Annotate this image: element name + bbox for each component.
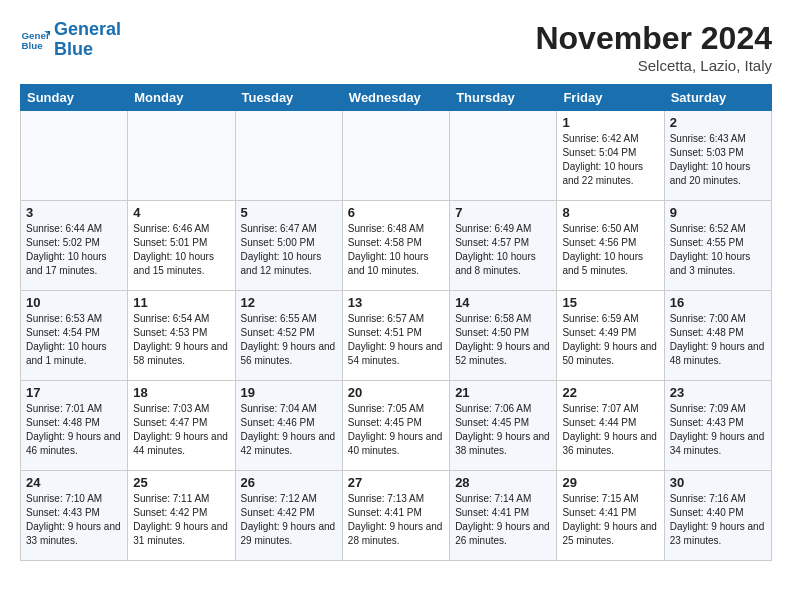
day-info: Sunrise: 6:42 AM Sunset: 5:04 PM Dayligh… — [562, 132, 658, 188]
day-info: Sunrise: 6:59 AM Sunset: 4:49 PM Dayligh… — [562, 312, 658, 368]
col-header-tuesday: Tuesday — [235, 85, 342, 111]
calendar-cell: 2Sunrise: 6:43 AM Sunset: 5:03 PM Daylig… — [664, 111, 771, 201]
calendar-cell: 23Sunrise: 7:09 AM Sunset: 4:43 PM Dayli… — [664, 381, 771, 471]
col-header-friday: Friday — [557, 85, 664, 111]
calendar-cell — [342, 111, 449, 201]
day-info: Sunrise: 7:04 AM Sunset: 4:46 PM Dayligh… — [241, 402, 337, 458]
calendar-cell: 16Sunrise: 7:00 AM Sunset: 4:48 PM Dayli… — [664, 291, 771, 381]
week-row-3: 10Sunrise: 6:53 AM Sunset: 4:54 PM Dayli… — [21, 291, 772, 381]
calendar-cell: 25Sunrise: 7:11 AM Sunset: 4:42 PM Dayli… — [128, 471, 235, 561]
calendar-cell — [235, 111, 342, 201]
day-number: 17 — [26, 385, 122, 400]
day-number: 30 — [670, 475, 766, 490]
logo-line2: Blue — [54, 39, 93, 59]
calendar-cell: 22Sunrise: 7:07 AM Sunset: 4:44 PM Dayli… — [557, 381, 664, 471]
calendar-cell: 15Sunrise: 6:59 AM Sunset: 4:49 PM Dayli… — [557, 291, 664, 381]
day-info: Sunrise: 6:43 AM Sunset: 5:03 PM Dayligh… — [670, 132, 766, 188]
logo-line1: General — [54, 19, 121, 39]
day-number: 18 — [133, 385, 229, 400]
day-number: 3 — [26, 205, 122, 220]
day-number: 13 — [348, 295, 444, 310]
col-header-sunday: Sunday — [21, 85, 128, 111]
day-number: 1 — [562, 115, 658, 130]
month-title: November 2024 — [535, 20, 772, 57]
calendar-cell: 28Sunrise: 7:14 AM Sunset: 4:41 PM Dayli… — [450, 471, 557, 561]
day-number: 10 — [26, 295, 122, 310]
calendar-cell: 12Sunrise: 6:55 AM Sunset: 4:52 PM Dayli… — [235, 291, 342, 381]
day-info: Sunrise: 7:15 AM Sunset: 4:41 PM Dayligh… — [562, 492, 658, 548]
day-number: 9 — [670, 205, 766, 220]
day-number: 22 — [562, 385, 658, 400]
day-number: 12 — [241, 295, 337, 310]
day-number: 6 — [348, 205, 444, 220]
day-number: 27 — [348, 475, 444, 490]
day-number: 23 — [670, 385, 766, 400]
calendar-cell: 24Sunrise: 7:10 AM Sunset: 4:43 PM Dayli… — [21, 471, 128, 561]
day-number: 5 — [241, 205, 337, 220]
day-info: Sunrise: 7:05 AM Sunset: 4:45 PM Dayligh… — [348, 402, 444, 458]
day-info: Sunrise: 6:48 AM Sunset: 4:58 PM Dayligh… — [348, 222, 444, 278]
col-header-thursday: Thursday — [450, 85, 557, 111]
calendar-cell: 13Sunrise: 6:57 AM Sunset: 4:51 PM Dayli… — [342, 291, 449, 381]
calendar-cell: 1Sunrise: 6:42 AM Sunset: 5:04 PM Daylig… — [557, 111, 664, 201]
day-number: 14 — [455, 295, 551, 310]
day-info: Sunrise: 6:57 AM Sunset: 4:51 PM Dayligh… — [348, 312, 444, 368]
calendar-cell — [128, 111, 235, 201]
title-block: November 2024 Selcetta, Lazio, Italy — [535, 20, 772, 74]
day-info: Sunrise: 7:01 AM Sunset: 4:48 PM Dayligh… — [26, 402, 122, 458]
calendar-cell: 29Sunrise: 7:15 AM Sunset: 4:41 PM Dayli… — [557, 471, 664, 561]
day-info: Sunrise: 6:54 AM Sunset: 4:53 PM Dayligh… — [133, 312, 229, 368]
day-number: 11 — [133, 295, 229, 310]
day-number: 24 — [26, 475, 122, 490]
day-info: Sunrise: 7:16 AM Sunset: 4:40 PM Dayligh… — [670, 492, 766, 548]
col-header-wednesday: Wednesday — [342, 85, 449, 111]
day-info: Sunrise: 7:06 AM Sunset: 4:45 PM Dayligh… — [455, 402, 551, 458]
day-info: Sunrise: 6:47 AM Sunset: 5:00 PM Dayligh… — [241, 222, 337, 278]
calendar-cell: 17Sunrise: 7:01 AM Sunset: 4:48 PM Dayli… — [21, 381, 128, 471]
calendar-cell: 7Sunrise: 6:49 AM Sunset: 4:57 PM Daylig… — [450, 201, 557, 291]
week-row-4: 17Sunrise: 7:01 AM Sunset: 4:48 PM Dayli… — [21, 381, 772, 471]
calendar-cell: 21Sunrise: 7:06 AM Sunset: 4:45 PM Dayli… — [450, 381, 557, 471]
calendar-cell — [450, 111, 557, 201]
day-number: 2 — [670, 115, 766, 130]
calendar-cell: 27Sunrise: 7:13 AM Sunset: 4:41 PM Dayli… — [342, 471, 449, 561]
day-number: 26 — [241, 475, 337, 490]
day-info: Sunrise: 7:03 AM Sunset: 4:47 PM Dayligh… — [133, 402, 229, 458]
calendar-cell: 8Sunrise: 6:50 AM Sunset: 4:56 PM Daylig… — [557, 201, 664, 291]
week-row-5: 24Sunrise: 7:10 AM Sunset: 4:43 PM Dayli… — [21, 471, 772, 561]
calendar-cell: 18Sunrise: 7:03 AM Sunset: 4:47 PM Dayli… — [128, 381, 235, 471]
calendar-table: SundayMondayTuesdayWednesdayThursdayFrid… — [20, 84, 772, 561]
day-info: Sunrise: 6:52 AM Sunset: 4:55 PM Dayligh… — [670, 222, 766, 278]
calendar-cell: 9Sunrise: 6:52 AM Sunset: 4:55 PM Daylig… — [664, 201, 771, 291]
day-info: Sunrise: 6:55 AM Sunset: 4:52 PM Dayligh… — [241, 312, 337, 368]
day-info: Sunrise: 6:50 AM Sunset: 4:56 PM Dayligh… — [562, 222, 658, 278]
day-info: Sunrise: 7:09 AM Sunset: 4:43 PM Dayligh… — [670, 402, 766, 458]
day-number: 16 — [670, 295, 766, 310]
logo: General Blue General Blue — [20, 20, 121, 60]
day-number: 8 — [562, 205, 658, 220]
svg-text:Blue: Blue — [22, 40, 44, 51]
calendar-cell: 3Sunrise: 6:44 AM Sunset: 5:02 PM Daylig… — [21, 201, 128, 291]
day-number: 28 — [455, 475, 551, 490]
calendar-cell: 5Sunrise: 6:47 AM Sunset: 5:00 PM Daylig… — [235, 201, 342, 291]
calendar-cell: 4Sunrise: 6:46 AM Sunset: 5:01 PM Daylig… — [128, 201, 235, 291]
day-info: Sunrise: 7:14 AM Sunset: 4:41 PM Dayligh… — [455, 492, 551, 548]
day-number: 25 — [133, 475, 229, 490]
day-info: Sunrise: 7:00 AM Sunset: 4:48 PM Dayligh… — [670, 312, 766, 368]
logo-icon: General Blue — [20, 25, 50, 55]
page-header: General Blue General Blue November 2024 … — [20, 20, 772, 74]
day-info: Sunrise: 6:46 AM Sunset: 5:01 PM Dayligh… — [133, 222, 229, 278]
calendar-cell: 10Sunrise: 6:53 AM Sunset: 4:54 PM Dayli… — [21, 291, 128, 381]
day-number: 29 — [562, 475, 658, 490]
day-info: Sunrise: 7:13 AM Sunset: 4:41 PM Dayligh… — [348, 492, 444, 548]
calendar-cell: 14Sunrise: 6:58 AM Sunset: 4:50 PM Dayli… — [450, 291, 557, 381]
col-header-monday: Monday — [128, 85, 235, 111]
day-info: Sunrise: 7:07 AM Sunset: 4:44 PM Dayligh… — [562, 402, 658, 458]
calendar-cell: 11Sunrise: 6:54 AM Sunset: 4:53 PM Dayli… — [128, 291, 235, 381]
calendar-cell: 19Sunrise: 7:04 AM Sunset: 4:46 PM Dayli… — [235, 381, 342, 471]
logo-text: General Blue — [54, 20, 121, 60]
day-number: 4 — [133, 205, 229, 220]
location: Selcetta, Lazio, Italy — [535, 57, 772, 74]
day-info: Sunrise: 6:58 AM Sunset: 4:50 PM Dayligh… — [455, 312, 551, 368]
day-info: Sunrise: 7:12 AM Sunset: 4:42 PM Dayligh… — [241, 492, 337, 548]
